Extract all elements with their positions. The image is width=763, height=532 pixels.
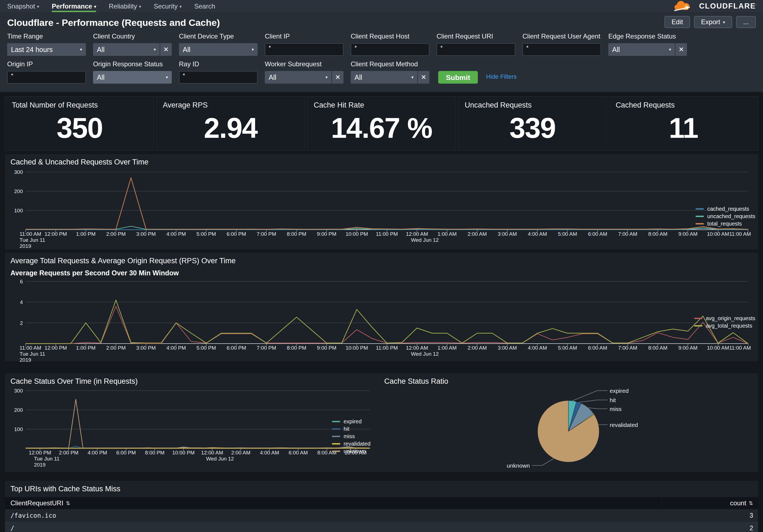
x-axis-tick-label: 8:00 PM (287, 345, 306, 351)
submit-button[interactable]: Submit (438, 71, 478, 84)
sort-icon[interactable]: ⇅ (749, 500, 753, 506)
nav-item-performance[interactable]: Performance▾ (52, 0, 96, 12)
kpi-label: Uncached Requests (465, 101, 600, 110)
select-value: All (269, 73, 325, 81)
caret-down-icon: ▾ (166, 75, 168, 80)
y-axis-tick-label: 100 (14, 426, 23, 432)
caret-down-icon: ▾ (139, 4, 141, 9)
nav-item-label: Reliability (109, 2, 137, 10)
edit-button[interactable]: Edit (664, 16, 690, 28)
x-axis-date-label: 2019 (20, 243, 31, 249)
cache-status-ratio-pie[interactable]: expiredhitmissrevalidatedunknown (384, 387, 749, 472)
chart-title: Cached & Uncached Requests Over Time (10, 158, 753, 166)
pie-leader-line (532, 459, 554, 466)
filter-client-ip-input[interactable] (265, 43, 344, 56)
chart-title: Cache Status Over Time (in Requests) (10, 377, 373, 386)
hide-filters-link[interactable]: Hide Filters (486, 73, 517, 80)
panel-cache-status-over-time: Cache Status Over Time (in Requests) 100… (5, 373, 379, 472)
filter-origin-response-status-select[interactable]: All▾ (93, 71, 172, 84)
caret-down-icon: ▾ (411, 75, 413, 80)
chart-legend: avg_origin_requestsavg_total_requests (694, 315, 755, 329)
x-axis-tick-label: 6:00 AM (289, 450, 308, 456)
chart-legend: cached_requestsuncached_requeststotal_re… (696, 205, 755, 227)
filter-ray-id-input[interactable] (179, 71, 258, 84)
filter-client-request-uri-input[interactable] (437, 43, 515, 56)
x-axis-tick-label: 5:00 PM (196, 345, 216, 351)
clear-client-request-method-button[interactable]: ✕ (417, 71, 429, 84)
filter-edge-response-status-select[interactable]: All▾ (608, 43, 675, 56)
x-axis-tick-label: 11:00 AM (20, 231, 41, 237)
panel-cached-uncached-requests: Cached & Uncached Requests Over Time 100… (5, 154, 758, 249)
legend-item-expired: expired (332, 418, 371, 425)
export-button[interactable]: Export▾ (694, 16, 732, 28)
filter-group-client-device-type: Client Device TypeAll▾ (179, 33, 258, 56)
more-options-button[interactable]: ... (736, 16, 756, 28)
pie-leader-line (579, 400, 607, 402)
table-row[interactable]: /favicon.ico3 (5, 509, 758, 522)
kpi-card-cache-hit-rate: Cache Hit Rate14.67 % (307, 96, 456, 151)
filter-edge-response-status-control: All▾✕ (608, 43, 687, 56)
filter-origin-ip-input[interactable] (7, 71, 86, 84)
clear-client-country-button[interactable]: ✕ (160, 43, 172, 56)
x-axis-tick-label: 1:00 PM (76, 231, 95, 237)
series-unknown (26, 399, 370, 448)
filter-client-device-type-select[interactable]: All▾ (179, 43, 258, 56)
x-axis-tick-label: 5:00 AM (558, 231, 577, 237)
filter-label: Time Range (7, 33, 86, 40)
nav-item-reliability[interactable]: Reliability▾ (109, 0, 141, 12)
column-header-uri[interactable]: ClientRequestURI⇅ (5, 499, 662, 507)
legend-label: cached_requests (707, 205, 749, 213)
y-axis-tick-label: 2 (20, 320, 23, 326)
caret-down-icon: ▾ (37, 4, 39, 9)
legend-swatch (332, 451, 340, 452)
nav-item-search[interactable]: Search (194, 0, 215, 12)
caret-down-icon: ▾ (325, 75, 328, 80)
x-axis-tick-label: 12:00 AM (201, 450, 223, 456)
cache-status-over-time-chart[interactable]: 10020030012:00 PMTue Jun 1120192:00 PM4:… (10, 387, 373, 469)
legend-swatch (332, 443, 340, 445)
chart-title: Cache Status Ratio (384, 377, 753, 386)
x-axis-tick-label: 10:00 AM (707, 345, 729, 351)
filter-label: Client Device Type (179, 33, 258, 40)
x-axis-tick-label: 2:00 AM (468, 345, 487, 351)
kpi-label: Cache Hit Rate (314, 101, 449, 110)
average-rps-chart[interactable]: 24611:00 AMTue Jun 11201912:00 PM1:00 PM… (10, 278, 751, 363)
y-axis-tick-label: 300 (14, 388, 23, 394)
series-avg-origin-requests (26, 306, 748, 344)
legend-swatch (696, 223, 704, 224)
x-axis-tick-label: 4:00 PM (166, 231, 186, 237)
filter-label: Client Request URI (437, 33, 515, 40)
kpi-label: Cached Requests (616, 101, 751, 110)
x-axis-tick-label: 8:00 AM (648, 231, 668, 237)
nav-item-security[interactable]: Security▾ (154, 0, 181, 12)
filter-client-country-select[interactable]: All▾ (93, 43, 160, 56)
nav-item-snapshot[interactable]: Snapshot▾ (7, 0, 39, 12)
x-axis-tick-label: 6:00 AM (588, 345, 607, 351)
table-row[interactable]: /2 (5, 522, 758, 532)
sort-icon[interactable]: ⇅ (66, 500, 70, 506)
x-axis-tick-label: 1:00 AM (437, 231, 457, 237)
x-axis-tick-label: 11:00 AM (729, 345, 751, 351)
filter-group-origin-response-status: Origin Response StatusAll▾ (93, 60, 172, 84)
filter-worker-subrequest-select[interactable]: All▾ (265, 71, 331, 84)
column-header-count[interactable]: count⇅ (662, 497, 758, 509)
nav-item-label: Snapshot (7, 2, 35, 10)
select-value: All (97, 46, 154, 54)
clear-worker-subrequest-button[interactable]: ✕ (331, 71, 344, 84)
filter-client-request-method-select[interactable]: All▾ (351, 71, 417, 84)
filter-client-request-user-agent-input[interactable] (522, 43, 601, 56)
filter-client-request-host-input[interactable] (351, 43, 429, 56)
x-axis-tick-label: 8:00 AM (648, 345, 668, 351)
legend-swatch (694, 325, 703, 326)
legend-item-unknown: unknown (332, 448, 371, 455)
x-axis-date-label: 2019 (34, 462, 46, 468)
kpi-value: 2.94 (163, 112, 298, 144)
cached-uncached-requests-chart[interactable]: 10020030011:00 AMTue Jun 11201912:00 PM1… (10, 167, 751, 249)
x-axis-tick-label: 5:00 AM (558, 345, 577, 351)
clear-edge-response-status-button[interactable]: ✕ (675, 43, 687, 56)
x-axis-date-label: Tue Jun 11 (20, 351, 45, 357)
filter-time-range-select[interactable]: Last 24 hours▾ (7, 43, 86, 56)
x-axis-tick-label: 2:00 AM (468, 231, 487, 237)
cloudflare-cloud-icon (671, 0, 697, 12)
x-axis-tick-label: 9:00 AM (678, 231, 698, 237)
